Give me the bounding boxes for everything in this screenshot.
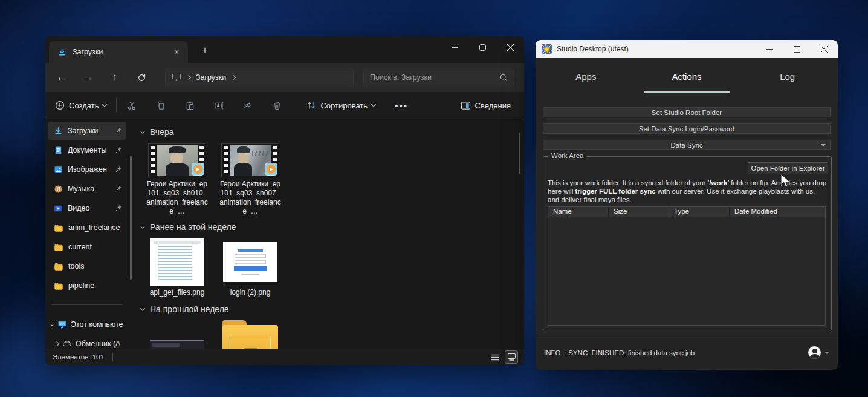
- chevron-down-icon: [140, 128, 145, 133]
- work-area-file-table[interactable]: Name Size Type Date Modified: [548, 206, 826, 326]
- sidebar-item-this-pc[interactable]: Этот компьюте: [47, 315, 131, 333]
- thumbnail-view-button[interactable]: [505, 350, 518, 364]
- refresh-button[interactable]: [131, 68, 152, 87]
- explorer-tab-downloads[interactable]: Загрузки ×: [49, 41, 188, 63]
- copy-button[interactable]: [151, 96, 171, 115]
- new-tab-button[interactable]: +: [198, 44, 212, 58]
- sort-icon: [306, 100, 316, 110]
- list-view-button[interactable]: [488, 350, 501, 364]
- chevron-down-icon[interactable]: [50, 321, 54, 326]
- sidebar-item-documents[interactable]: Документы: [48, 141, 126, 159]
- avatar-dropdown-icon[interactable]: [824, 352, 829, 354]
- maximize-button[interactable]: [783, 40, 811, 58]
- folder-icon: [54, 243, 63, 252]
- folder-icon: [221, 320, 279, 349]
- explorer-sidebar: Загрузки Документы Изображен Музыка: [45, 119, 135, 349]
- chevron-right-icon[interactable]: [54, 341, 59, 346]
- search-icon: [499, 73, 508, 82]
- sidebar-item-label: Изображен: [68, 165, 110, 174]
- tab-close-icon[interactable]: ×: [171, 47, 182, 57]
- sidebar-item-label: Документы: [68, 146, 110, 154]
- breadcrumb-downloads[interactable]: Загрузки: [196, 73, 226, 82]
- explorer-command-bar: Создать Сортиро: [45, 92, 524, 119]
- file-folder-item[interactable]: [219, 320, 282, 349]
- items-count: Элементов: 101: [53, 353, 104, 361]
- list-view-icon: [491, 354, 499, 361]
- column-header-type[interactable]: Type: [669, 207, 730, 217]
- image-thumbnail: [150, 340, 204, 349]
- close-button[interactable]: [496, 36, 524, 58]
- video-thumbnail: [221, 143, 279, 177]
- explorer-file-list: Вчера Герои Арктики_ep101_sq03_sh010_ani…: [136, 119, 524, 349]
- pin-icon: [115, 205, 122, 212]
- delete-button[interactable]: [267, 96, 287, 115]
- details-pane-button[interactable]: Сведения: [456, 97, 516, 114]
- thumbnail-view-icon: [508, 353, 516, 361]
- sidebar-scrollbar[interactable]: [130, 156, 132, 280]
- section-header-earlier-this-week[interactable]: Ранее на этой неделе: [141, 222, 236, 232]
- file-video-sh010[interactable]: Герои Арктики_ep101_sq03_sh010_animation…: [146, 143, 209, 216]
- column-header-name[interactable]: Name: [548, 207, 609, 217]
- share-button[interactable]: [238, 96, 258, 115]
- sort-button[interactable]: Сортировать: [302, 97, 380, 114]
- open-folder-in-explorer-button[interactable]: Open Folder in Explorer: [748, 162, 828, 174]
- tab-apps[interactable]: Apps: [536, 58, 636, 94]
- create-button[interactable]: Создать: [50, 97, 111, 114]
- studio-desktop-window: Studio Desktop (utest) Apps Actions Log …: [536, 40, 838, 370]
- sidebar-item-downloads[interactable]: Загрузки: [48, 122, 126, 140]
- minimize-button[interactable]: [441, 36, 468, 58]
- sidebar-item-pipeline[interactable]: pipeline: [48, 277, 126, 295]
- desktop: Загрузки × + ← → ↑ Загрузки: [0, 0, 868, 397]
- section-title: Ранее на этой неделе: [150, 222, 236, 232]
- sidebar-item-tools[interactable]: tools: [48, 257, 126, 275]
- sidebar-item-videos[interactable]: Видео: [48, 199, 126, 217]
- more-options-button[interactable]: •••: [391, 96, 412, 115]
- back-button[interactable]: ←: [51, 68, 72, 87]
- file-video-sh007[interactable]: Герои Арктики_ep101_sq03_sh007_animation…: [219, 143, 282, 216]
- dropdown-arrow-icon: [821, 144, 826, 146]
- section-header-last-week[interactable]: На прошлой неделе: [141, 304, 229, 314]
- set-studio-root-folder-button[interactable]: Set Studio Root Folder: [543, 107, 831, 117]
- rename-icon: [214, 100, 224, 111]
- tab-log[interactable]: Log: [737, 58, 838, 94]
- sidebar-item-current[interactable]: current: [48, 238, 126, 256]
- paste-button[interactable]: [180, 96, 200, 115]
- sidebar-item-music[interactable]: Музыка: [48, 180, 126, 198]
- scissors-icon: [127, 100, 137, 111]
- column-header-size[interactable]: Size: [609, 207, 669, 217]
- sidebar-item-label: Обменник (A: [76, 340, 131, 348]
- search-input[interactable]: Поиск в: Загрузки: [363, 68, 514, 87]
- section-header-yesterday[interactable]: Вчера: [141, 127, 174, 137]
- cut-button[interactable]: [121, 96, 142, 115]
- data-sync-dropdown[interactable]: Data Sync: [543, 140, 831, 150]
- sidebar-item-exchange-drive[interactable]: Обменник (A: [47, 335, 131, 349]
- explorer-statusbar: Элементов: 101: [45, 349, 524, 365]
- search-placeholder: Поиск в: Загрузки: [370, 73, 499, 82]
- copy-icon: [156, 100, 166, 111]
- minimize-button[interactable]: [756, 40, 783, 58]
- rename-button[interactable]: [209, 96, 229, 115]
- file-login-png[interactable]: login (2).png: [219, 238, 282, 297]
- section-title: Вчера: [150, 127, 174, 137]
- close-button[interactable]: [811, 40, 838, 58]
- set-data-sync-login-button[interactable]: Set Data Sync Login/Password: [543, 123, 831, 134]
- share-icon: [243, 100, 253, 111]
- file-dark-screenshot[interactable]: [146, 340, 209, 349]
- sidebar-item-pictures[interactable]: Изображен: [48, 160, 126, 179]
- play-overlay-icon: [192, 163, 204, 176]
- forward-button[interactable]: →: [78, 68, 99, 87]
- column-header-date-modified[interactable]: Date Modified: [730, 207, 825, 217]
- content-scrollbar[interactable]: [519, 133, 520, 174]
- plus-circle-icon: [55, 100, 65, 110]
- maximize-button[interactable]: [468, 36, 496, 58]
- tab-actions[interactable]: Actions: [636, 58, 737, 94]
- pin-icon: [115, 185, 122, 192]
- file-api-get-files[interactable]: api_get_files.png: [146, 238, 209, 297]
- up-button[interactable]: ↑: [105, 68, 125, 87]
- download-icon: [57, 48, 66, 57]
- user-avatar-icon[interactable]: [808, 346, 821, 359]
- trash-icon: [272, 100, 282, 111]
- address-bar[interactable]: Загрузки: [165, 68, 354, 87]
- sidebar-item-anim-freelance[interactable]: anim_freelance: [48, 218, 126, 237]
- pin-icon: [115, 127, 122, 134]
